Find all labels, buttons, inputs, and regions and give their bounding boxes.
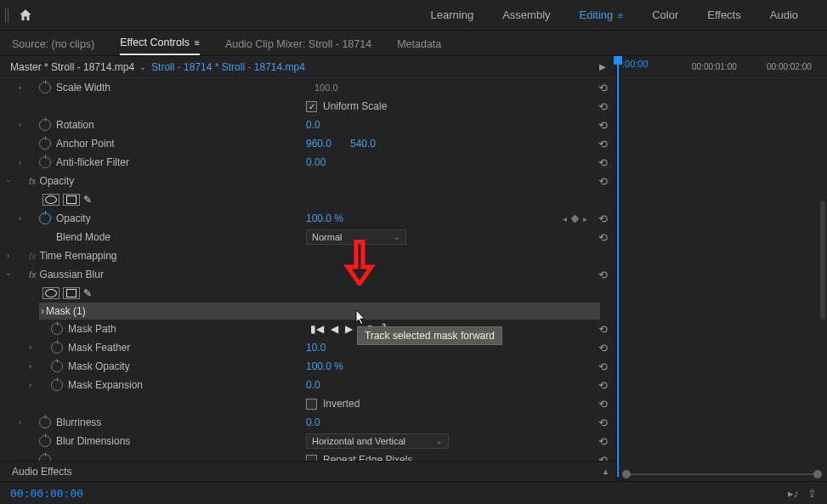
select-blend-mode[interactable]: Normal⌄ <box>306 229 406 245</box>
workspace-editing[interactable]: Editing≡ <box>580 8 624 21</box>
twist-icon[interactable]: › <box>7 252 9 260</box>
value-mask-feather[interactable]: 10.0 <box>306 342 326 354</box>
mask-ellipse-button[interactable] <box>42 287 59 299</box>
stopwatch-icon[interactable] <box>51 360 63 372</box>
row-mask1[interactable]: › Mask (1) <box>39 303 600 320</box>
reset-button[interactable]: ⟲ <box>598 323 608 336</box>
timeline-ruler[interactable]: :00:00 00:00:01:00 00:00:02:00 <box>617 56 827 78</box>
reset-button[interactable]: ⟲ <box>598 138 608 150</box>
home-button[interactable] <box>15 5 36 25</box>
audio-effects-header[interactable]: Audio Effects ▲ <box>0 461 616 481</box>
twist-icon[interactable]: › <box>4 274 13 276</box>
value-mask-opacity[interactable]: 100.0 % <box>306 360 343 372</box>
sequence-clip-label[interactable]: Stroll - 18714 * Stroll - 18714.mp4 <box>151 61 305 73</box>
reset-button[interactable]: ⟲ <box>598 82 608 94</box>
keyframe-nav[interactable]: ◂▸ <box>563 214 587 224</box>
checkbox-inverted[interactable] <box>306 399 317 410</box>
twist-icon[interactable]: › <box>41 305 44 317</box>
reset-button[interactable]: ⟲ <box>598 379 608 392</box>
chevron-down-icon[interactable]: ⌄ <box>139 63 146 71</box>
value-opacity[interactable]: 100.0 % <box>306 212 343 224</box>
timeline-zoom-scroll[interactable] <box>622 471 822 478</box>
stopwatch-icon[interactable] <box>51 379 63 391</box>
reset-button[interactable]: ⟲ <box>598 360 608 373</box>
vertical-scrollbar[interactable] <box>820 201 825 320</box>
twist-icon[interactable]: › <box>19 121 21 129</box>
reset-button[interactable]: ⟲ <box>598 175 608 188</box>
reset-button[interactable]: ⟲ <box>598 156 608 169</box>
fx-icon[interactable]: fx <box>29 176 37 186</box>
stopwatch-icon[interactable] <box>39 138 51 150</box>
scroll-up-icon[interactable]: ▲ <box>602 467 609 476</box>
twist-icon[interactable]: › <box>29 343 31 352</box>
reset-button[interactable]: ⟲ <box>598 269 608 281</box>
pen-icon[interactable]: ✎ <box>83 194 92 206</box>
mask-rect-button[interactable] <box>63 287 80 299</box>
twist-icon[interactable]: › <box>19 418 21 427</box>
mask-ellipse-button[interactable] <box>42 194 59 206</box>
track-forward-button[interactable]: ▶ <box>345 323 353 335</box>
value-anti-flicker[interactable]: 0.00 <box>306 156 326 168</box>
stopwatch-icon[interactable] <box>39 454 51 461</box>
zoom-knob-right[interactable] <box>813 470 822 479</box>
panel-tab-source[interactable]: Source: (no clips) <box>12 38 94 55</box>
menu-icon[interactable]: ≡ <box>618 11 623 20</box>
keyframe-diamond-icon[interactable] <box>571 214 580 223</box>
reset-button[interactable]: ⟲ <box>598 416 608 429</box>
stopwatch-icon[interactable] <box>39 156 51 168</box>
stopwatch-icon[interactable] <box>51 342 63 354</box>
zoom-track[interactable] <box>631 473 813 475</box>
twist-icon[interactable]: › <box>29 381 31 389</box>
checkbox-uniform-scale[interactable] <box>306 101 317 112</box>
value-blurriness[interactable]: 0.0 <box>306 416 320 428</box>
workspace-effects[interactable]: Effects <box>707 8 741 21</box>
fx-icon[interactable]: fx <box>29 251 37 261</box>
value-anchor-x[interactable]: 960.0 <box>306 138 331 150</box>
timecode-display[interactable]: 00:00:00:00 <box>10 487 83 500</box>
panel-tab-effect-controls[interactable]: Effect Controls≡ <box>120 37 200 55</box>
reset-button[interactable]: ⟲ <box>598 398 608 411</box>
workspace-color[interactable]: Color <box>652 8 678 21</box>
grip-icon[interactable] <box>5 8 10 22</box>
menu-icon[interactable]: ≡ <box>195 38 200 48</box>
stopwatch-icon[interactable] <box>39 416 51 428</box>
master-clip-label[interactable]: Master * Stroll - 18714.mp4 <box>10 61 134 73</box>
stopwatch-icon[interactable] <box>39 82 51 93</box>
stopwatch-icon[interactable] <box>51 323 63 335</box>
fx-icon[interactable]: fx <box>29 269 37 280</box>
loop-icon[interactable]: ▸♪ <box>788 487 800 500</box>
reset-button[interactable]: ⟲ <box>598 231 608 244</box>
select-blur-dimensions[interactable]: Horizontal and Vertical⌄ <box>306 433 449 449</box>
stopwatch-icon[interactable] <box>39 119 51 131</box>
twist-icon[interactable]: › <box>19 83 21 92</box>
workspace-learning[interactable]: Learning <box>431 8 474 21</box>
export-icon[interactable]: ⇪ <box>807 487 817 500</box>
value-scale-width[interactable]: 100.0 <box>314 82 338 93</box>
reset-button[interactable]: ⟲ <box>598 119 608 132</box>
zoom-knob-left[interactable] <box>622 470 631 479</box>
reset-button[interactable]: ⟲ <box>598 212 608 225</box>
panel-tab-audio-mixer[interactable]: Audio Clip Mixer: Stroll - 18714 <box>225 38 371 55</box>
panel-tab-metadata[interactable]: Metadata <box>397 38 441 55</box>
twist-icon[interactable]: › <box>4 180 13 183</box>
stopwatch-icon[interactable] <box>39 435 51 447</box>
reset-button[interactable]: ⟲ <box>598 454 608 462</box>
workspace-assembly[interactable]: Assembly <box>502 8 550 21</box>
twist-icon[interactable]: › <box>29 362 31 371</box>
playhead-head-icon[interactable] <box>614 56 622 65</box>
twist-icon[interactable]: › <box>19 214 21 223</box>
value-rotation[interactable]: 0.0 <box>306 119 320 131</box>
reset-button[interactable]: ⟲ <box>598 100 608 113</box>
reset-button[interactable]: ⟲ <box>598 342 608 354</box>
track-backward-one-button[interactable]: ▮◀ <box>310 323 324 335</box>
mask-rect-button[interactable] <box>63 194 80 206</box>
playhead-line[interactable] <box>617 56 619 477</box>
stopwatch-icon[interactable] <box>39 212 51 224</box>
checkbox-repeat-edge[interactable] <box>306 455 317 462</box>
workspace-audio[interactable]: Audio <box>770 8 798 21</box>
track-backward-button[interactable]: ◀ <box>331 323 338 335</box>
reset-button[interactable]: ⟲ <box>598 435 608 448</box>
value-mask-expansion[interactable]: 0.0 <box>306 379 320 391</box>
twist-icon[interactable]: › <box>19 158 21 167</box>
pen-icon[interactable]: ✎ <box>83 287 92 299</box>
